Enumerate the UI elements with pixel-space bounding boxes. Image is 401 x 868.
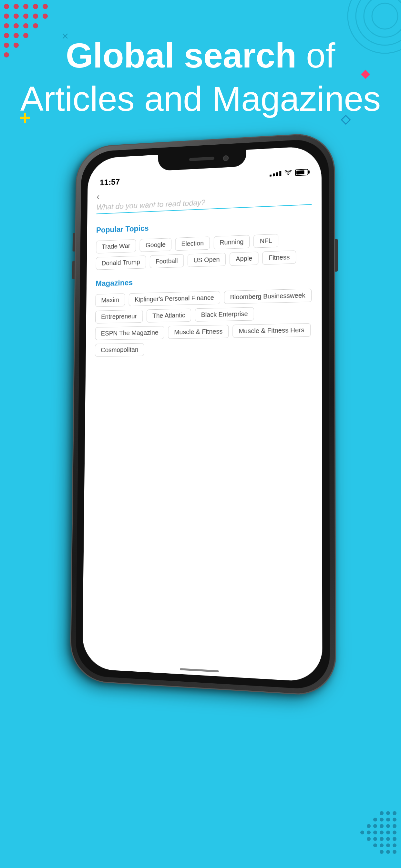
- magazine-tag[interactable]: Cosmopolitan: [95, 343, 144, 356]
- svg-point-42: [393, 837, 397, 841]
- svg-point-46: [367, 837, 371, 841]
- magazines-title: Magazines: [96, 273, 312, 288]
- svg-point-20: [372, 3, 398, 29]
- notch-camera: [223, 155, 229, 161]
- topic-tag[interactable]: Google: [140, 238, 172, 252]
- topic-tag[interactable]: Football: [150, 254, 184, 268]
- topic-tag[interactable]: US Open: [188, 253, 226, 267]
- svg-point-31: [393, 824, 397, 828]
- svg-point-37: [386, 831, 390, 834]
- svg-point-43: [386, 837, 390, 841]
- magazine-tag[interactable]: Bloomberg Businessweek: [224, 289, 312, 304]
- svg-point-0: [4, 4, 9, 9]
- status-icons: [270, 168, 308, 178]
- svg-point-25: [386, 811, 390, 815]
- magazine-tag[interactable]: Kiplinger's Personal Finance: [129, 291, 220, 306]
- svg-point-29: [380, 817, 383, 822]
- phone-screen-border: 11:57: [75, 138, 330, 690]
- svg-point-9: [42, 13, 48, 19]
- svg-point-47: [393, 843, 397, 847]
- svg-point-24: [393, 811, 397, 815]
- svg-point-35: [367, 824, 371, 828]
- svg-point-7: [23, 13, 28, 19]
- svg-point-39: [373, 831, 377, 834]
- magazines-tags: MaximKiplinger's Personal FinanceBloombe…: [95, 289, 312, 357]
- svg-point-44: [380, 837, 383, 841]
- popular-topics-tags: Trade WarGoogleElectionRunningNFLDonald …: [96, 232, 312, 270]
- svg-point-26: [380, 811, 383, 815]
- volume-down-button: [72, 260, 75, 279]
- topic-tag[interactable]: Fitness: [263, 250, 296, 265]
- svg-point-49: [380, 843, 383, 847]
- volume-up-button: [73, 233, 75, 252]
- svg-point-2: [23, 4, 28, 9]
- svg-point-33: [380, 824, 383, 828]
- svg-point-10: [4, 23, 9, 28]
- phone-screen: 11:57: [82, 146, 322, 682]
- signal-dots: [270, 171, 281, 177]
- svg-point-48: [386, 843, 390, 847]
- magazine-tag[interactable]: The Atlantic: [147, 309, 191, 322]
- svg-point-53: [380, 850, 383, 854]
- svg-point-50: [373, 843, 377, 847]
- svg-point-13: [33, 23, 38, 28]
- power-button: [335, 239, 338, 272]
- headline-bold: Global search: [66, 36, 297, 75]
- svg-point-28: [386, 817, 390, 822]
- magazine-tag[interactable]: Muscle & Fitness Hers: [233, 323, 311, 338]
- svg-point-52: [386, 850, 390, 854]
- svg-point-4: [42, 4, 48, 9]
- svg-point-8: [33, 13, 38, 19]
- content-area: Popular Topics Trade WarGoogleElectionRu…: [82, 210, 322, 682]
- svg-point-38: [380, 831, 383, 834]
- svg-point-41: [360, 831, 364, 834]
- svg-point-30: [373, 817, 377, 822]
- svg-point-40: [367, 831, 371, 834]
- topic-tag[interactable]: Running: [213, 235, 250, 250]
- svg-point-45: [373, 837, 377, 841]
- svg-point-1: [13, 4, 19, 9]
- status-time: 11:57: [100, 177, 120, 188]
- magazine-tag[interactable]: Entrepreneur: [95, 310, 143, 323]
- svg-point-34: [373, 824, 377, 828]
- popular-topics-section: Popular Topics Trade WarGoogleElectionRu…: [96, 217, 312, 270]
- wifi-icon: [284, 169, 291, 177]
- svg-point-5: [4, 13, 9, 19]
- headline-regular: of: [297, 36, 335, 75]
- svg-point-11: [13, 23, 19, 28]
- magazine-tag[interactable]: Black Enterprise: [195, 307, 254, 321]
- phone-outer: 11:57: [70, 132, 336, 697]
- popular-topics-title: Popular Topics: [96, 217, 312, 235]
- svg-point-12: [23, 23, 28, 28]
- headline-line2: Articles and Magazines: [19, 79, 382, 119]
- topic-tag[interactable]: Election: [175, 237, 210, 251]
- topic-tag[interactable]: Donald Trump: [96, 255, 146, 270]
- topic-tag[interactable]: NFL: [253, 234, 278, 248]
- svg-point-21: [364, 0, 401, 37]
- svg-point-6: [13, 13, 19, 19]
- headline: Global search of Articles and Magazines: [0, 35, 401, 119]
- topic-tag[interactable]: Apple: [229, 252, 258, 266]
- phone-wrapper: 11:57: [68, 135, 333, 685]
- svg-point-27: [393, 817, 397, 822]
- magazine-tag[interactable]: ESPN The Magazine: [95, 326, 164, 340]
- topic-tag[interactable]: Trade War: [96, 239, 136, 253]
- svg-point-3: [33, 4, 38, 9]
- battery-fill: [297, 170, 305, 175]
- notch-speaker: [189, 157, 214, 161]
- magazine-tag[interactable]: Maxim: [95, 293, 125, 307]
- magazines-section: Magazines MaximKiplinger's Personal Fina…: [95, 273, 312, 356]
- magazine-tag[interactable]: Muscle & Fitness: [168, 325, 229, 339]
- deco-dots-dark-bottom-right: [349, 807, 401, 858]
- svg-point-36: [393, 831, 397, 834]
- svg-point-51: [393, 850, 397, 854]
- svg-point-32: [386, 824, 390, 828]
- battery-icon: [295, 169, 308, 176]
